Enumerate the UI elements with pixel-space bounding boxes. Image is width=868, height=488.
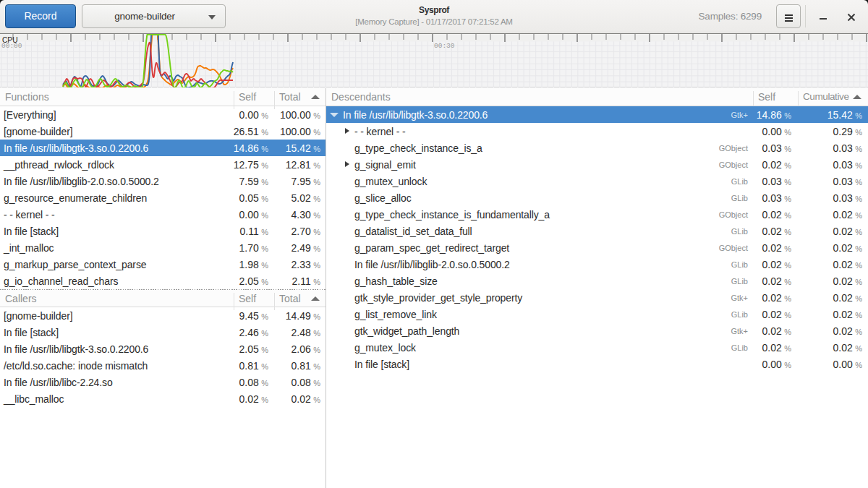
svg-text:00:30: 00:30: [434, 42, 455, 50]
svg-text:00:00: 00:00: [1, 42, 22, 50]
